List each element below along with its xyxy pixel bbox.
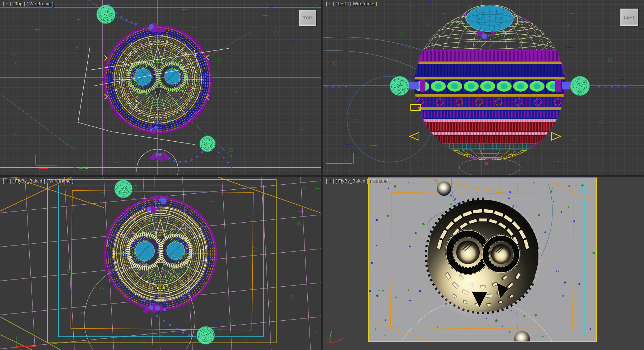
viewport-top-wireframe[interactable]: [ + ] [ Top ] [ Wireframe ] TOP: [0, 0, 321, 175]
viewport-canvas-left[interactable]: [323, 0, 644, 175]
viewport-flyby-shaded[interactable]: [ + ] [ FlyBy_Baked ] [ Shaded ]: [323, 177, 644, 350]
viewport-canvas-flyby-wire[interactable]: [0, 177, 321, 350]
viewcube-left-label: LEFT: [624, 15, 635, 19]
viewcube-top[interactable]: TOP: [299, 10, 316, 26]
viewport-canvas-flyby-shaded[interactable]: [323, 177, 644, 350]
viewport-flyby-wireframe[interactable]: [ + ] [ FlyBy_Baked ] [ Wireframe ]: [0, 177, 321, 350]
viewport-canvas-top[interactable]: [0, 0, 321, 175]
viewport-label-top[interactable]: [ + ] [ Top ] [ Wireframe ]: [3, 1, 54, 6]
viewport-label-flyby-shaded[interactable]: [ + ] [ FlyBy_Baked ] [ Shaded ]: [326, 179, 391, 184]
viewport-label-flyby-wire[interactable]: [ + ] [ FlyBy_Baked ] [ Wireframe ]: [3, 179, 73, 184]
viewport-quad-layout: [ + ] [ Top ] [ Wireframe ] TOP [ + ] [ …: [0, 0, 644, 350]
viewcube-top-label: TOP: [303, 16, 312, 20]
viewport-label-left[interactable]: [ + ] [ Left ] [ Wireframe ]: [326, 1, 377, 6]
viewport-left-wireframe[interactable]: [ + ] [ Left ] [ Wireframe ] LEFT: [323, 0, 644, 175]
viewcube-left[interactable]: LEFT: [620, 9, 638, 26]
